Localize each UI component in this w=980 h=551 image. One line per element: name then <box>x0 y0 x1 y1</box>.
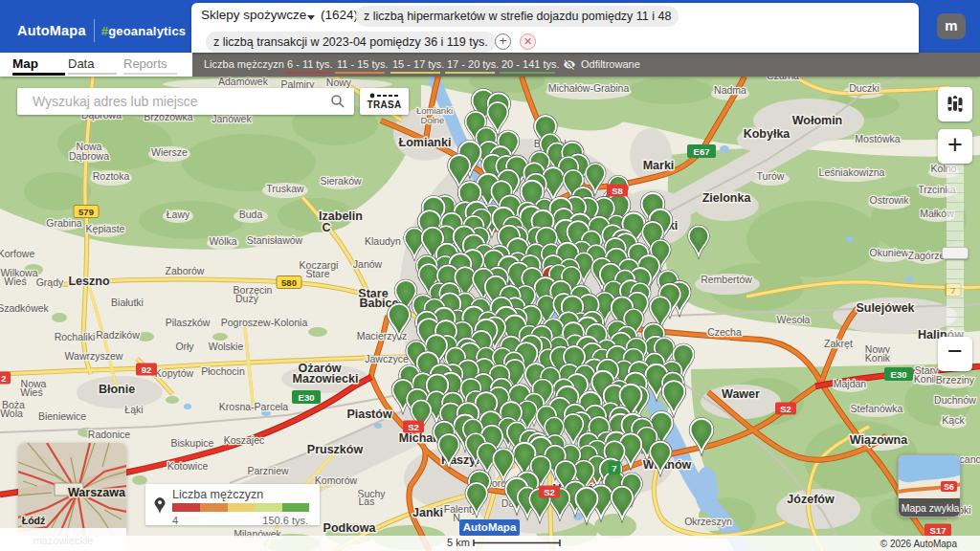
svg-text:Orły: Orły <box>175 341 194 352</box>
svg-text:Płochocin: Płochocin <box>201 365 245 377</box>
svg-text:Biskupice: Biskupice <box>171 437 214 449</box>
svg-text:Adamówek: Adamówek <box>218 77 269 87</box>
svg-text:S8: S8 <box>612 186 623 196</box>
svg-text:Grądy: Grądy <box>36 276 64 288</box>
svg-text:Mazowiecki: Mazowiecki <box>293 372 359 386</box>
svg-text:Michałów-Grabina: Michałów-Grabina <box>548 82 630 94</box>
svg-text:Pruszków: Pruszków <box>307 443 364 456</box>
svg-text:Zaborów: Zaborów <box>166 265 205 276</box>
svg-text:Rembertów: Rembertów <box>701 274 752 285</box>
svg-text:Łąki: Łąki <box>124 404 143 415</box>
svg-text:Nowy: Nowy <box>326 77 352 88</box>
svg-text:Brzeziny: Brzeziny <box>936 374 975 386</box>
svg-text:Duczki: Duczki <box>849 82 880 94</box>
svg-text:Koszajec: Koszajec <box>224 434 265 446</box>
svg-text:Turów: Turów <box>757 170 785 182</box>
svg-text:92: 92 <box>142 364 152 375</box>
svg-text:Stefanówka: Stefanówka <box>851 403 903 414</box>
svg-text:S2: S2 <box>408 422 419 432</box>
svg-text:Józefów: Józefów <box>787 493 835 506</box>
svg-text:Marki: Marki <box>643 159 675 172</box>
svg-text:7: 7 <box>612 463 616 474</box>
svg-text:Janki: Janki <box>412 506 443 519</box>
svg-text:E30: E30 <box>891 369 907 380</box>
svg-text:Stanisławów: Stanisławów <box>247 234 303 246</box>
svg-text:Szadkówek: Szadkówek <box>0 302 50 314</box>
svg-text:Wieś: Wieś <box>20 386 42 398</box>
svg-text:Jawczyce: Jawczyce <box>365 353 409 364</box>
svg-text:Łomianki: Łomianki <box>399 136 452 149</box>
svg-text:Las: Las <box>359 496 375 507</box>
svg-text:Okuniew: Okuniew <box>870 247 909 258</box>
svg-text:Kobyłka: Kobyłka <box>744 127 791 141</box>
svg-text:Truskaw: Truskaw <box>266 183 304 194</box>
svg-text:Radzików: Radzików <box>96 329 140 341</box>
svg-text:Duchnów: Duchnów <box>934 394 976 406</box>
svg-text:Czarna: Czarna <box>767 77 799 81</box>
svg-text:Dąbrowa: Dąbrowa <box>69 150 109 162</box>
svg-text:2: 2 <box>1 373 6 384</box>
svg-text:Kąck: Kąck <box>942 414 965 426</box>
svg-text:Duży: Duży <box>235 293 259 304</box>
svg-text:Ostrowik: Ostrowik <box>870 194 910 206</box>
svg-text:Zagórze: Zagórze <box>908 250 946 261</box>
svg-text:Rochaliki: Rochaliki <box>55 331 96 342</box>
svg-text:Sieraków: Sieraków <box>320 175 362 187</box>
svg-text:Janów: Janów <box>353 258 383 270</box>
svg-text:Ławy: Ławy <box>167 209 190 220</box>
svg-text:Klaudyn: Klaudyn <box>365 235 401 247</box>
svg-text:Wieś: Wieś <box>4 276 26 287</box>
svg-text:Białutki: Białutki <box>111 297 144 308</box>
svg-text:Mostówka: Mostówka <box>855 133 900 144</box>
svg-text:Kępiaste: Kępiaste <box>86 223 125 234</box>
svg-text:Piastów: Piastów <box>346 408 392 421</box>
svg-text:Łódź: Łódź <box>22 515 46 526</box>
svg-text:Podkowa: Podkowa <box>323 521 377 535</box>
svg-text:Buda: Buda <box>239 209 263 220</box>
svg-text:Bieniewice: Bieniewice <box>38 410 86 422</box>
svg-text:Majdan: Majdan <box>834 378 867 389</box>
svg-text:Kotowice: Kotowice <box>167 460 209 472</box>
svg-text:Stare: Stare <box>305 268 329 279</box>
svg-text:Parzniew: Parzniew <box>247 465 289 476</box>
svg-text:Kopytów: Kopytów <box>155 367 194 379</box>
svg-text:Wólka: Wólka <box>209 235 236 247</box>
svg-text:Wola: Wola <box>0 408 23 419</box>
svg-text:Konik: Konik <box>865 352 891 364</box>
svg-text:579: 579 <box>78 207 94 217</box>
svg-text:Leśniakowizna: Leśniakowizna <box>819 166 885 178</box>
svg-text:Pilaszków: Pilaszków <box>166 317 211 328</box>
svg-text:cano: cano <box>960 453 980 465</box>
svg-text:Zakręt: Zakręt <box>824 338 853 349</box>
svg-text:S17: S17 <box>930 525 947 536</box>
svg-text:E30: E30 <box>299 392 315 403</box>
svg-text:Radonice: Radonice <box>88 429 131 440</box>
svg-text:C: C <box>322 221 330 234</box>
svg-text:Korfowe: Korfowe <box>0 248 34 259</box>
svg-text:E67: E67 <box>694 146 710 157</box>
svg-text:Wiązowna: Wiązowna <box>850 433 908 447</box>
svg-text:Grabina: Grabina <box>46 217 82 229</box>
svg-text:Pogroszew-Kolonia: Pogroszew-Kolonia <box>221 317 308 328</box>
svg-text:Zielonka: Zielonka <box>702 191 752 205</box>
svg-text:S6: S6 <box>944 482 954 492</box>
svg-text:Roztoka: Roztoka <box>93 170 130 182</box>
svg-text:Warszawa: Warszawa <box>68 486 126 499</box>
svg-text:Wolskie: Wolskie <box>209 341 244 352</box>
svg-text:Okrzeszyn: Okrzeszyn <box>684 516 732 527</box>
svg-text:Krosna-Parcela: Krosna-Parcela <box>219 401 289 412</box>
svg-text:Sulejówek: Sulejówek <box>856 301 914 315</box>
svg-text:Wiersze: Wiersze <box>151 146 188 158</box>
svg-text:Wołomin: Wołomin <box>792 114 843 127</box>
svg-text:Wesoła: Wesoła <box>777 314 811 325</box>
svg-text:Dolne: Dolne <box>421 115 445 125</box>
svg-text:S2: S2 <box>780 404 791 414</box>
svg-text:Wawrzyszew: Wawrzyszew <box>65 350 123 362</box>
svg-text:S2: S2 <box>544 487 555 497</box>
svg-text:Nadma: Nadma <box>714 84 746 96</box>
svg-text:Komorów: Komorów <box>315 474 358 486</box>
svg-text:Leszno: Leszno <box>68 275 109 288</box>
svg-text:580: 580 <box>281 277 297 288</box>
svg-text:Czecha: Czecha <box>707 326 742 338</box>
svg-text:Wawer: Wawer <box>722 387 760 401</box>
